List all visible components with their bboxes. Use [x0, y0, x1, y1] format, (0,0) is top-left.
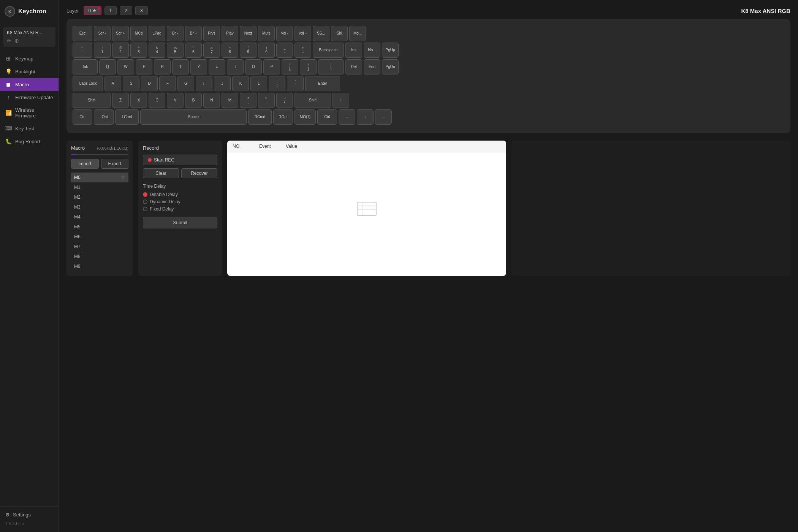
- key-scr-minus[interactable]: Scr -: [94, 26, 111, 41]
- sidebar-item-backlight[interactable]: 💡 Backlight: [0, 65, 59, 78]
- key-siri[interactable]: Siri: [331, 26, 348, 41]
- delay-disable-radio[interactable]: [143, 192, 147, 197]
- macro-list-item[interactable]: M9: [71, 261, 128, 271]
- key-tab[interactable]: Tab: [73, 59, 98, 74]
- key-5[interactable]: %5: [167, 43, 184, 58]
- delay-fixed-option[interactable]: Fixed Delay: [143, 206, 217, 212]
- key-lpad[interactable]: LPad: [149, 26, 165, 41]
- key-br-minus[interactable]: Br -: [167, 26, 184, 41]
- key-mo[interactable]: Mo...: [349, 26, 366, 41]
- key-x[interactable]: X: [130, 93, 147, 108]
- sidebar-item-wireless-firmware[interactable]: 📶 Wireless Firmware: [0, 104, 59, 122]
- key-8[interactable]: *8: [222, 43, 238, 58]
- key-space[interactable]: Space: [140, 109, 247, 125]
- key-vol-plus[interactable]: Vol +: [294, 26, 311, 41]
- layer-2-button[interactable]: 2: [120, 6, 132, 15]
- key-u[interactable]: U: [209, 59, 225, 74]
- key-y[interactable]: Y: [190, 59, 207, 74]
- key-7[interactable]: &7: [203, 43, 220, 58]
- key-tilde[interactable]: ~`: [73, 43, 92, 58]
- sidebar-item-keymap[interactable]: ⊞ Keymap: [0, 52, 59, 65]
- macro-list-item[interactable]: M7: [71, 242, 128, 252]
- key-6[interactable]: ^6: [185, 43, 202, 58]
- key-backspace[interactable]: Backspace: [313, 43, 344, 58]
- key-ss[interactable]: SS...: [313, 26, 329, 41]
- key-d[interactable]: D: [141, 76, 158, 91]
- key-end[interactable]: End: [364, 59, 380, 74]
- key-prvs[interactable]: Prvs: [203, 26, 220, 41]
- macro-list-item[interactable]: M1: [71, 182, 128, 192]
- key-esc[interactable]: Esc: [73, 26, 92, 41]
- recover-button[interactable]: Recover: [181, 168, 217, 178]
- key-j[interactable]: J: [214, 76, 231, 91]
- key-q[interactable]: Q: [99, 59, 116, 74]
- key-up[interactable]: ↑: [332, 93, 349, 108]
- export-button[interactable]: Export: [101, 159, 129, 169]
- delay-dynamic-option[interactable]: Dynamic Delay: [143, 199, 217, 204]
- key-rctrl[interactable]: Ctrl: [317, 109, 337, 125]
- macro-list-item[interactable]: M2: [71, 192, 128, 202]
- key-o[interactable]: O: [245, 59, 262, 74]
- key-comma[interactable]: <,: [240, 93, 256, 108]
- key-capslock[interactable]: Caps Lock: [73, 76, 103, 91]
- key-ropt[interactable]: ROpt: [273, 109, 293, 125]
- macro-delete-icon[interactable]: 🗑: [121, 175, 125, 180]
- key-m[interactable]: M: [222, 93, 238, 108]
- macro-list-item[interactable]: M0🗑: [71, 173, 128, 182]
- key-rcmd[interactable]: RCmd: [248, 109, 272, 125]
- key-left[interactable]: ←: [339, 109, 355, 125]
- key-c[interactable]: C: [149, 93, 165, 108]
- macro-list-item[interactable]: M3: [71, 202, 128, 212]
- key-br-plus[interactable]: Br +: [185, 26, 202, 41]
- key-lctrl[interactable]: Ctrl: [73, 109, 92, 125]
- layer-1-button[interactable]: 1: [104, 6, 117, 15]
- key-a[interactable]: A: [104, 76, 121, 91]
- key-down[interactable]: ↓: [357, 109, 374, 125]
- key-mute[interactable]: Mute: [258, 26, 275, 41]
- key-9[interactable]: (9: [240, 43, 256, 58]
- delay-fixed-radio[interactable]: [143, 207, 147, 211]
- layer-0-button[interactable]: 0 ★: [84, 6, 101, 15]
- key-home[interactable]: Ho...: [364, 43, 380, 58]
- key-b[interactable]: B: [185, 93, 202, 108]
- key-right[interactable]: →: [375, 109, 392, 125]
- key-rbracket[interactable]: }]: [300, 59, 317, 74]
- key-ins[interactable]: Ins: [345, 43, 362, 58]
- key-4[interactable]: $4: [149, 43, 165, 58]
- macro-list-item[interactable]: M6: [71, 232, 128, 242]
- key-p[interactable]: P: [263, 59, 280, 74]
- macro-list-item[interactable]: M4: [71, 212, 128, 222]
- delay-dynamic-radio[interactable]: [143, 200, 147, 204]
- key-h[interactable]: H: [196, 76, 212, 91]
- key-enter[interactable]: Enter: [305, 76, 340, 91]
- key-backslash[interactable]: |\: [318, 59, 344, 74]
- key-equals[interactable]: +=: [294, 43, 311, 58]
- macro-list-item[interactable]: M8: [71, 252, 128, 261]
- key-scr-plus[interactable]: Scr +: [112, 26, 129, 41]
- start-rec-button[interactable]: Start REC: [143, 155, 217, 165]
- key-1[interactable]: !1: [94, 43, 111, 58]
- key-l[interactable]: L: [250, 76, 267, 91]
- key-f[interactable]: F: [159, 76, 176, 91]
- key-slash[interactable]: ?/: [276, 93, 293, 108]
- key-t[interactable]: T: [172, 59, 189, 74]
- key-mctl[interactable]: MCtl: [130, 26, 147, 41]
- key-i[interactable]: I: [227, 59, 244, 74]
- sidebar-item-macro[interactable]: ◼ Macro: [0, 78, 59, 91]
- key-2[interactable]: @2: [112, 43, 129, 58]
- key-n[interactable]: N: [203, 93, 220, 108]
- key-g[interactable]: G: [177, 76, 194, 91]
- key-pgdn[interactable]: PgDn: [382, 59, 399, 74]
- key-next[interactable]: Next: [240, 26, 256, 41]
- key-3[interactable]: #3: [130, 43, 147, 58]
- clear-button[interactable]: Clear: [143, 168, 179, 178]
- key-semicolon[interactable]: :;: [269, 76, 285, 91]
- layer-3-button[interactable]: 3: [135, 6, 148, 15]
- key-period[interactable]: >.: [258, 93, 275, 108]
- device-link-button[interactable]: ⊕: [14, 38, 19, 44]
- sidebar-item-key-test[interactable]: ⌨ Key Test: [0, 122, 59, 135]
- key-quote[interactable]: "': [287, 76, 304, 91]
- macro-list-item[interactable]: M5: [71, 222, 128, 232]
- key-k[interactable]: K: [232, 76, 249, 91]
- key-e[interactable]: E: [136, 59, 152, 74]
